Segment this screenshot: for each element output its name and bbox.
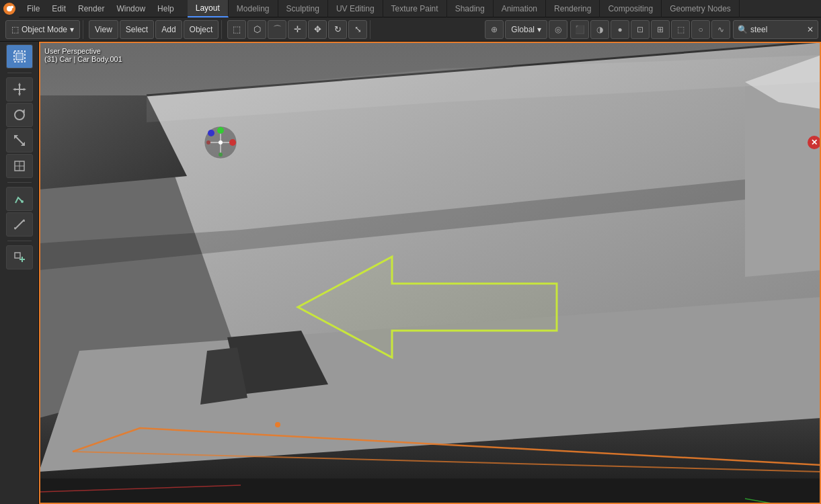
select-box-tool[interactable]: ⬚ <box>227 20 246 39</box>
header-toolbar: ⬚ Object Mode ▾ View Select Add Object ⬚… <box>0 17 821 42</box>
overlay-icon[interactable]: ⊞ <box>651 20 670 39</box>
wireframe-shading-icon[interactable]: ⊡ <box>631 20 650 39</box>
svg-rect-22 <box>15 253 20 258</box>
svg-point-11 <box>15 110 24 120</box>
search-field[interactable]: 🔍 ✕ <box>733 20 818 39</box>
view-menu-btn[interactable]: View <box>89 20 118 39</box>
search-icon: 🔍 <box>738 25 748 34</box>
dropdown-arrow: ▾ <box>70 25 74 34</box>
tab-animation[interactable]: Animation <box>494 0 546 17</box>
menu-window[interactable]: Window <box>111 3 151 15</box>
svg-point-41 <box>275 422 280 427</box>
sidebar-move-tool[interactable] <box>6 77 33 101</box>
svg-rect-4 <box>16 53 23 60</box>
tab-rendering[interactable]: Rendering <box>546 0 600 17</box>
sidebar-measure-tool[interactable] <box>6 212 33 237</box>
blender-logo <box>0 0 19 17</box>
sidebar-separator-2 <box>7 182 32 183</box>
xray-icon[interactable]: ⬚ <box>671 20 690 39</box>
svg-rect-40 <box>39 478 821 504</box>
scale-tool[interactable]: ⤡ <box>348 20 367 39</box>
sidebar-transform-tool[interactable] <box>6 154 33 178</box>
select-circle-tool[interactable]: ⬡ <box>247 20 266 39</box>
svg-point-48 <box>229 139 236 146</box>
search-input[interactable] <box>750 25 804 34</box>
rendered-shading-icon[interactable]: ● <box>611 20 629 39</box>
svg-marker-7 <box>18 83 21 85</box>
add-menu-btn[interactable]: Add <box>155 20 182 39</box>
menu-edit[interactable]: Edit <box>46 3 71 15</box>
svg-point-49 <box>217 127 224 134</box>
viewport-background <box>39 42 821 504</box>
sidebar-add-object-tool[interactable] <box>6 245 33 269</box>
viewport-nav-group: View Select Add Object <box>86 20 222 39</box>
object-mode-dropdown[interactable]: ⬚ Object Mode ▾ <box>5 20 80 39</box>
svg-marker-8 <box>18 93 21 96</box>
svg-point-52 <box>219 153 223 157</box>
svg-point-2 <box>11 5 13 8</box>
sidebar-separator-1 <box>7 73 32 73</box>
sidebar-separator-3 <box>7 241 32 241</box>
menu-file[interactable]: File <box>22 3 45 15</box>
solid-shading-icon[interactable]: ⬛ <box>570 20 589 39</box>
tab-layout[interactable]: Layout <box>188 0 229 17</box>
svg-point-50 <box>208 130 214 136</box>
proportional-icon[interactable]: ◎ <box>549 20 568 39</box>
tab-sculpting[interactable]: Sculpting <box>278 0 328 17</box>
close-area-button[interactable]: ✕ <box>808 136 821 149</box>
tab-uv-editing[interactable]: UV Editing <box>328 0 383 17</box>
snap-group: ⊕ Global ▾ ◎ <box>485 20 568 39</box>
global-dropdown[interactable]: Global ▾ <box>505 20 547 39</box>
svg-marker-9 <box>13 88 15 91</box>
tab-shading[interactable]: Shading <box>447 0 494 17</box>
svg-marker-10 <box>24 88 26 91</box>
cursor-tool[interactable]: ✛ <box>288 20 307 39</box>
mode-icon: ⬚ <box>11 25 19 34</box>
tool-icons-group: ⬚ ⬡ ⌒ ✛ ✥ ↻ ⤡ <box>225 20 370 39</box>
tab-modeling[interactable]: Modeling <box>229 0 278 17</box>
move-tool[interactable]: ✥ <box>308 20 327 39</box>
tab-texture-paint[interactable]: Texture Paint <box>383 0 447 17</box>
search-clear-icon[interactable]: ✕ <box>807 25 814 34</box>
top-menu-bar: File Edit Render Window Help Layout Mode… <box>0 0 821 17</box>
snap-icon[interactable]: ⊕ <box>485 20 504 39</box>
material-shading-icon[interactable]: ◑ <box>590 20 609 39</box>
menu-help[interactable]: Help <box>152 3 180 15</box>
mode-group: ⬚ Object Mode ▾ <box>3 20 83 39</box>
tab-compositing[interactable]: Compositing <box>600 0 662 17</box>
svg-line-12 <box>15 136 24 144</box>
global-dropdown-arrow: ▾ <box>537 25 541 34</box>
header-right: ⊕ Global ▾ ◎ ⬛ ◑ ● ⊡ ⊞ ⬚ ○ ∿ 🔍 ✕ <box>485 20 818 39</box>
object-menu-btn[interactable]: Object <box>184 20 219 39</box>
tab-geometry-nodes[interactable]: Geometry Nodes <box>662 0 740 17</box>
viewport-overlay-group: ⬛ ◑ ● ⊡ ⊞ ⬚ ○ ∿ <box>570 20 730 39</box>
menu-items: File Edit Render Window Help <box>19 3 182 15</box>
rotate-tool[interactable]: ↻ <box>328 20 347 39</box>
sidebar-scale-tool[interactable] <box>6 128 33 153</box>
main-area: User Perspective (31) Car | Car Body.001… <box>0 42 821 504</box>
menu-render[interactable]: Render <box>73 3 110 15</box>
global-label: Global <box>511 25 535 34</box>
sidebar-select-tool[interactable] <box>6 44 33 69</box>
svg-point-51 <box>206 140 210 144</box>
svg-point-18 <box>21 200 24 203</box>
mode-label: Object Mode <box>22 25 67 34</box>
svg-line-19 <box>15 220 24 229</box>
tilde-icon[interactable]: ∿ <box>711 20 730 39</box>
svg-point-47 <box>219 140 223 144</box>
sidebar-rotate-tool[interactable] <box>6 103 33 127</box>
workspace-tabs: Layout Modeling Sculpting UV Editing Tex… <box>188 0 821 17</box>
sidebar-annotate-tool[interactable] <box>6 187 33 211</box>
viewport-3d[interactable]: User Perspective (31) Car | Car Body.001… <box>39 42 821 504</box>
left-sidebar <box>0 42 39 504</box>
circle-icon[interactable]: ○ <box>691 20 710 39</box>
select-lasso-tool[interactable]: ⌒ <box>268 20 286 39</box>
select-menu-btn[interactable]: Select <box>120 20 154 39</box>
